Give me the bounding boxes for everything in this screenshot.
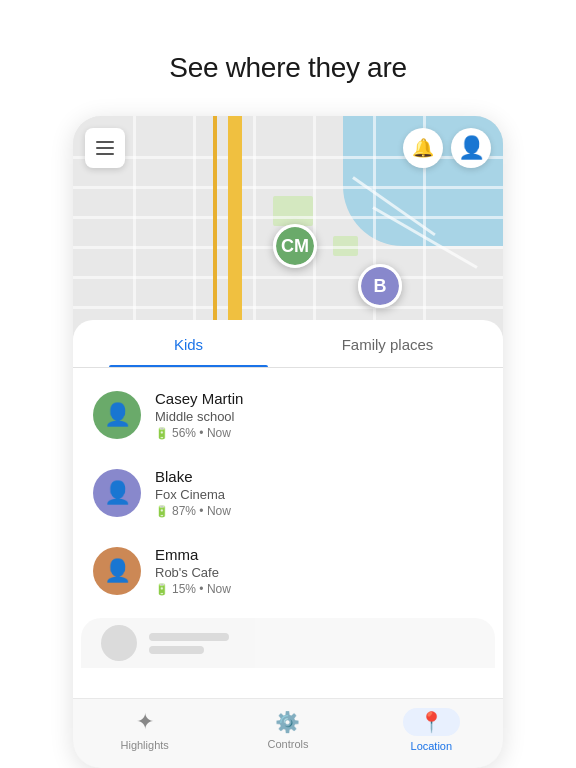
nav-item-location[interactable]: 📍 Location: [360, 708, 503, 752]
menu-button[interactable]: [85, 128, 125, 168]
blake-battery: 87% • Now: [172, 504, 231, 518]
map-pin-blake[interactable]: B: [358, 264, 402, 308]
map-area: 🔔 👤 CM B: [73, 116, 503, 336]
hint-avatar: [101, 625, 137, 661]
hint-lines: [149, 633, 229, 654]
profile-icon: 👤: [458, 135, 485, 161]
profile-button[interactable]: 👤: [451, 128, 491, 168]
avatar-initials: 👤: [104, 558, 131, 584]
map-toolbar: 🔔 👤: [85, 128, 491, 168]
list-item[interactable]: 👤 Casey Martin Middle school 🔋 56% • Now: [73, 376, 503, 454]
bottom-nav: ✦ Highlights ⚙️ Controls 📍 Location: [73, 698, 503, 768]
casey-name: Casey Martin: [155, 390, 243, 407]
blake-info: Blake Fox Cinema 🔋 87% • Now: [155, 468, 231, 518]
tab-bar: Kids Family places: [73, 320, 503, 368]
list-item[interactable]: 👤 Blake Fox Cinema 🔋 87% • Now: [73, 454, 503, 532]
map-action-buttons: 🔔 👤: [403, 128, 491, 168]
blake-location: Fox Cinema: [155, 487, 231, 502]
tab-family-places[interactable]: Family places: [288, 320, 487, 367]
notification-button[interactable]: 🔔: [403, 128, 443, 168]
casey-avatar: 👤: [93, 391, 141, 439]
blake-avatar-pin: B: [361, 267, 399, 305]
hamburger-line-3: [96, 153, 114, 155]
emma-status: 🔋 15% • Now: [155, 582, 231, 596]
casey-avatar-pin: CM: [276, 227, 314, 265]
emma-battery: 15% • Now: [172, 582, 231, 596]
emma-location: Rob's Cafe: [155, 565, 231, 580]
bell-icon: 🔔: [412, 137, 434, 159]
card-panel: Kids Family places 👤 Casey Martin Middle…: [73, 320, 503, 698]
casey-battery: 56% • Now: [172, 426, 231, 440]
list-item[interactable]: 👤 Emma Rob's Cafe 🔋 15% • Now: [73, 532, 503, 610]
location-icon-bg: 📍: [403, 708, 460, 736]
map-road-h6: [73, 306, 503, 309]
hamburger-line-2: [96, 147, 114, 149]
map-road-h5: [73, 276, 503, 279]
nav-item-controls[interactable]: ⚙️ Controls: [216, 710, 359, 750]
map-pin-casey[interactable]: CM: [273, 224, 317, 268]
avatar-initials: 👤: [104, 480, 131, 506]
tab-kids[interactable]: Kids: [89, 320, 288, 367]
battery-icon: 🔋: [155, 583, 169, 596]
page-title: See where they are: [169, 52, 406, 84]
blake-name: Blake: [155, 468, 231, 485]
battery-icon: 🔋: [155, 505, 169, 518]
hamburger-line-1: [96, 141, 114, 143]
avatar-initials: 👤: [104, 402, 131, 428]
casey-status: 🔋 56% • Now: [155, 426, 243, 440]
hint-line-1: [149, 633, 229, 641]
location-icon: 📍: [419, 711, 444, 733]
map-road-h2: [73, 186, 503, 189]
nav-item-highlights[interactable]: ✦ Highlights: [73, 709, 216, 751]
battery-icon: 🔋: [155, 427, 169, 440]
map-road-h3: [73, 216, 503, 219]
casey-info: Casey Martin Middle school 🔋 56% • Now: [155, 390, 243, 440]
location-label: Location: [411, 740, 453, 752]
hint-line-2: [149, 646, 204, 654]
controls-icon: ⚙️: [275, 710, 300, 734]
emma-info: Emma Rob's Cafe 🔋 15% • Now: [155, 546, 231, 596]
kids-list: 👤 Casey Martin Middle school 🔋 56% • Now…: [73, 368, 503, 618]
emma-avatar: 👤: [93, 547, 141, 595]
highlights-label: Highlights: [121, 739, 169, 751]
casey-location: Middle school: [155, 409, 243, 424]
highlights-icon: ✦: [136, 709, 154, 735]
next-card-hint: [81, 618, 495, 668]
blake-avatar: 👤: [93, 469, 141, 517]
blake-status: 🔋 87% • Now: [155, 504, 231, 518]
map-park-1: [273, 196, 313, 226]
emma-name: Emma: [155, 546, 231, 563]
controls-label: Controls: [268, 738, 309, 750]
phone-frame: 🔔 👤 CM B Kids Family places: [73, 116, 503, 768]
